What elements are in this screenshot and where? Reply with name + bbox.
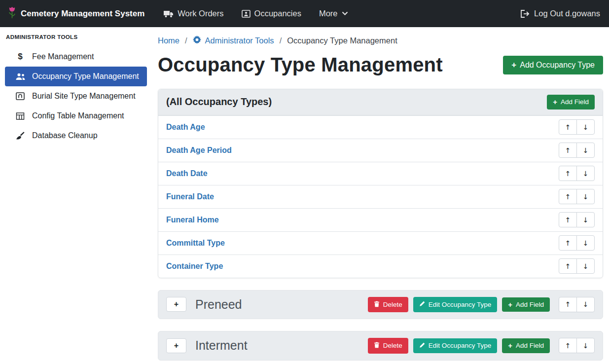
- move-down-button[interactable]: ↓: [576, 189, 595, 204]
- pencil-icon: [419, 301, 425, 308]
- arrow-up-icon: ↑: [565, 170, 571, 178]
- edit-occupancy-type-button[interactable]: Edit Occupancy Type: [413, 297, 497, 312]
- field-row: Death Date ↑ ↓: [158, 162, 603, 185]
- breadcrumb-current: Occupancy Type Management: [287, 36, 397, 45]
- arrow-up-icon: ↑: [565, 146, 571, 154]
- arrow-down-icon: ↓: [583, 170, 589, 178]
- plus-icon: +: [508, 301, 512, 308]
- table-icon: [15, 112, 26, 120]
- page-layout: ADMINISTRATOR TOOLS $ Fee Management Occ…: [0, 27, 609, 361]
- field-link-container-type[interactable]: Container Type: [166, 262, 223, 271]
- add-field-button[interactable]: + Add Field: [502, 338, 550, 353]
- field-link-funeral-date[interactable]: Funeral Date: [166, 192, 214, 201]
- sidebar-item-config-table-management[interactable]: Config Table Management: [0, 106, 152, 126]
- move-up-button[interactable]: ↑: [559, 338, 577, 353]
- reorder-group: ↑ ↓: [559, 338, 595, 353]
- occupancy-type-section-interment: + Interment Delete: [158, 331, 603, 361]
- move-up-button[interactable]: ↑: [559, 258, 577, 274]
- arrow-up-icon: ↑: [565, 300, 571, 308]
- gear-icon: [193, 36, 201, 46]
- breadcrumb: Home / Administrator Tools / Occupancy T…: [158, 36, 603, 46]
- logout-button[interactable]: Log Out d.gowans: [514, 5, 601, 22]
- nav-occupancies-label: Occupancies: [254, 9, 301, 18]
- truck-icon: [164, 10, 174, 18]
- reorder-group: ↑ ↓: [559, 119, 595, 135]
- move-down-button[interactable]: ↓: [576, 258, 595, 274]
- move-down-button[interactable]: ↓: [576, 212, 595, 227]
- move-down-button[interactable]: ↓: [576, 338, 595, 353]
- burial-site-icon: [15, 92, 26, 100]
- all-occupancy-types-card: (All Occupancy Types) + Add Field Death …: [158, 89, 603, 278]
- add-occupancy-type-button[interactable]: + Add Occupancy Type: [503, 56, 603, 74]
- reorder-group: ↑ ↓: [559, 143, 595, 158]
- field-row: Container Type ↑ ↓: [158, 255, 603, 278]
- plus-icon: +: [553, 99, 557, 106]
- arrow-up-icon: ↑: [565, 216, 571, 224]
- nav-occupancies[interactable]: Occupancies: [235, 5, 308, 22]
- reorder-group: ↑ ↓: [559, 235, 595, 251]
- field-link-death-age-period[interactable]: Death Age Period: [166, 146, 232, 155]
- add-field-button[interactable]: + Add Field: [547, 95, 595, 109]
- move-up-button[interactable]: ↑: [559, 119, 577, 135]
- add-field-button[interactable]: + Add Field: [502, 297, 550, 312]
- app-brand[interactable]: Cemetery Management System: [8, 6, 144, 22]
- arrow-down-icon: ↓: [583, 123, 589, 131]
- sidebar-item-database-cleanup[interactable]: Database Cleanup: [0, 126, 152, 146]
- nav-work-orders[interactable]: Work Orders: [157, 5, 230, 22]
- breadcrumb-separator: /: [274, 36, 287, 45]
- sidebar-item-label: Fee Management: [32, 52, 94, 61]
- move-down-button[interactable]: ↓: [576, 166, 595, 181]
- nav-more[interactable]: More: [313, 5, 355, 22]
- broom-icon: [15, 132, 26, 140]
- sidebar-item-burial-site-type-management[interactable]: Burial Site Type Management: [0, 86, 152, 106]
- move-up-button[interactable]: ↑: [559, 235, 577, 251]
- reorder-group: ↑ ↓: [559, 189, 595, 204]
- delete-button[interactable]: Delete: [368, 338, 408, 354]
- breadcrumb-admin-tools-link[interactable]: Administrator Tools: [193, 36, 274, 46]
- expand-button[interactable]: +: [166, 297, 186, 312]
- add-field-label: Add Field: [516, 301, 544, 308]
- move-down-button[interactable]: ↓: [576, 143, 595, 158]
- breadcrumb-separator: /: [179, 36, 193, 45]
- edit-occupancy-type-button[interactable]: Edit Occupancy Type: [413, 338, 497, 354]
- field-row: Death Age ↑ ↓: [158, 115, 603, 139]
- main-content: Home / Administrator Tools / Occupancy T…: [152, 27, 609, 361]
- edit-occupancy-type-label: Edit Occupancy Type: [429, 301, 491, 308]
- sidebar-item-label: Occupancy Type Management: [32, 72, 139, 81]
- logout-label: Log Out d.gowans: [534, 9, 600, 18]
- occupancies-icon: [242, 10, 251, 18]
- move-up-button[interactable]: ↑: [559, 189, 577, 204]
- move-up-button[interactable]: ↑: [559, 297, 577, 312]
- move-up-button[interactable]: ↑: [559, 143, 577, 158]
- field-link-committal-type[interactable]: Committal Type: [166, 239, 225, 248]
- sidebar-item-occupancy-type-management[interactable]: Occupancy Type Management: [5, 67, 147, 86]
- card-title: (All Occupancy Types): [166, 96, 272, 108]
- field-link-death-age[interactable]: Death Age: [166, 123, 205, 132]
- nav-more-label: More: [319, 9, 338, 18]
- sidebar-item-fee-management[interactable]: $ Fee Management: [0, 47, 152, 67]
- field-link-funeral-home[interactable]: Funeral Home: [166, 216, 219, 224]
- expand-button[interactable]: +: [166, 338, 186, 353]
- trash-icon: [374, 342, 380, 350]
- move-down-button[interactable]: ↓: [576, 235, 595, 251]
- add-field-label: Add Field: [561, 99, 589, 106]
- delete-button[interactable]: Delete: [368, 297, 408, 313]
- delete-label: Delete: [383, 342, 402, 349]
- field-link-death-date[interactable]: Death Date: [166, 169, 208, 178]
- add-occupancy-type-label: Add Occupancy Type: [520, 61, 595, 69]
- section-title: Interment: [195, 338, 248, 353]
- delete-label: Delete: [383, 301, 402, 308]
- breadcrumb-admin-tools-label: Administrator Tools: [205, 36, 274, 45]
- breadcrumb-home-link[interactable]: Home: [158, 36, 179, 45]
- move-up-button[interactable]: ↑: [559, 166, 577, 181]
- move-up-button[interactable]: ↑: [559, 212, 577, 227]
- main-nav: Work Orders Occupancies More: [157, 5, 514, 22]
- add-field-label: Add Field: [516, 342, 544, 349]
- pencil-icon: [419, 342, 425, 350]
- page-title: Occupancy Type Management: [158, 54, 443, 76]
- reorder-group: ↑ ↓: [559, 212, 595, 227]
- arrow-down-icon: ↓: [583, 239, 589, 247]
- move-down-button[interactable]: ↓: [576, 297, 595, 312]
- move-down-button[interactable]: ↓: [576, 119, 595, 135]
- arrow-down-icon: ↓: [583, 216, 589, 224]
